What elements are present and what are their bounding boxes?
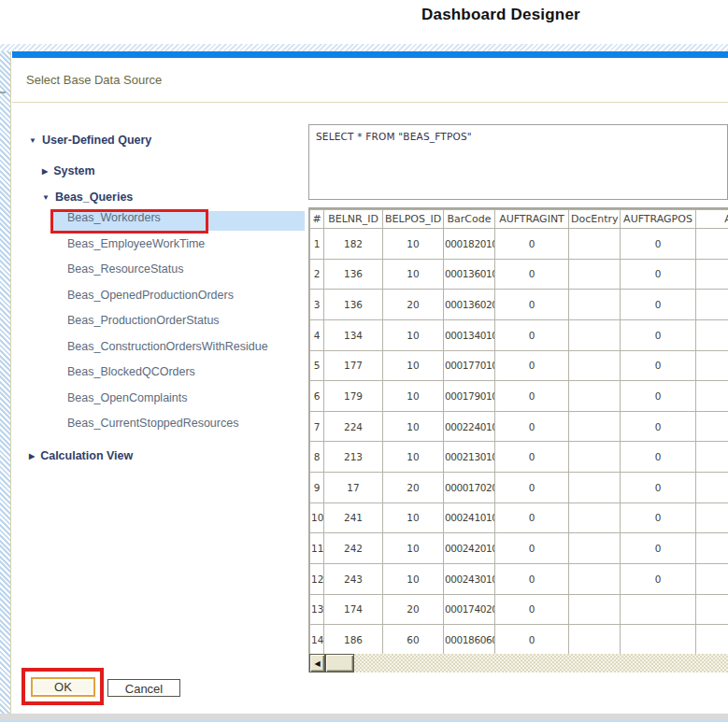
table-cell: 0 [495,533,569,564]
table-cell [696,290,728,320]
table-cell: 7 [310,411,324,442]
table-cell: 000182010 [444,229,495,260]
column-header-auftragint[interactable]: AUFTRAGINT [495,210,569,229]
table-cell: 0 [621,473,696,503]
ok-button[interactable]: OK [31,677,95,697]
table-row[interactable]: 61791000017901000 [310,381,728,412]
table-cell: 0 [621,381,696,412]
query-sql-input[interactable]: SELECT * FROM "BEAS_FTPOS" [308,124,728,200]
table-cell: 10 [383,381,444,412]
caret-down-icon[interactable]: ▼ [29,134,36,148]
tree-item-beas-workorders[interactable]: Beas_Workorders [52,211,305,231]
table-cell: 213 [324,442,383,473]
table-cell: 0 [621,563,696,594]
table-cell [569,625,621,654]
table-row[interactable]: 21361000013601000 [310,259,728,290]
table-cell: 10 [383,319,444,350]
column-header-belpos-id[interactable]: BELPOS_ID [383,210,444,229]
tree-node-user-defined-query[interactable]: ▼User-Defined Query [29,134,151,148]
table-cell: 60 [383,625,444,654]
table-cell [621,625,696,654]
table-cell: 20 [383,594,444,625]
tree-item-beas-blockedqcorders[interactable]: Beas_BlockedQCOrders [52,365,305,385]
table-cell: 9 [310,473,324,503]
column-header-auft[interactable]: AUFT [696,210,728,229]
table-row[interactable]: 112421000024201000 [310,533,728,564]
table-cell: 1 [310,229,324,260]
table-cell [569,442,621,473]
column-header-barcode[interactable]: BarCode [444,210,495,229]
cancel-button[interactable]: Cancel [107,679,180,697]
table-cell: 10 [383,563,444,594]
table-cell: 8 [310,442,324,473]
column-header-belnr-id[interactable]: BELNR_ID [324,210,383,229]
table-row[interactable]: 31362000013602000 [310,290,728,320]
column-header--[interactable]: # [310,210,324,229]
caret-right-icon[interactable]: ▶ [29,449,35,463]
table-cell [696,594,728,625]
dialog-title-divider [12,102,728,103]
table-cell: 242 [324,533,383,564]
table-row[interactable]: 51771000017701000 [310,350,728,381]
table-cell [696,503,728,533]
table-cell: 0 [621,442,696,473]
caret-down-icon[interactable]: ▼ [42,191,50,205]
table-cell: 2 [310,259,324,290]
table-cell: 179 [324,381,383,412]
column-header-auftragpos[interactable]: AUFTRAGPOS [621,210,696,229]
table-cell: 000177010 [444,350,495,381]
tree-item-beas-resourcestatus[interactable]: Beas_ResourceStatus [52,262,305,282]
table-cell: 10 [383,442,444,473]
caret-right-icon[interactable]: ▶ [42,164,48,178]
table-cell: 177 [324,350,383,381]
table-cell: 000224010 [444,411,495,442]
table-cell [696,533,728,564]
table-cell: 0 [495,381,569,412]
table-row[interactable]: 72241000022401000 [310,411,728,442]
tree-item-beas-currentstoppedresources[interactable]: Beas_CurrentStoppedResources [52,417,305,436]
table-cell [696,473,728,503]
tree-item-beas-employeeworktime[interactable]: Beas_EmployeeWorkTime [52,237,305,257]
table-cell: 0 [621,503,696,533]
tree-item-beas-openedproductionorders[interactable]: Beas_OpenedProductionOrders [52,289,305,308]
table-cell: 20 [383,473,444,503]
scrollbar-thumb[interactable] [325,654,354,672]
table-row[interactable]: 102411000024101000 [310,503,728,533]
table-cell: 0 [495,319,569,350]
table-cell: 0 [495,503,569,533]
table-cell [696,625,728,654]
table-row[interactable]: 13174200001740200 [310,594,728,625]
table-cell [621,594,696,625]
table-row[interactable]: 9172000001702000 [310,473,728,503]
table-cell: 136 [324,290,383,320]
table-row[interactable]: 82131000021301000 [310,442,728,473]
table-row[interactable]: 122431000024301000 [310,563,728,594]
column-header-docentry[interactable]: DocEntry [569,210,621,229]
table-cell: 17 [324,473,383,503]
table-cell [569,229,621,260]
top-stripe-band [0,44,728,51]
table-cell: 0 [621,350,696,381]
table-cell: 000136010 [444,259,495,290]
scroll-left-button[interactable]: ◀ [309,654,325,672]
table-cell [696,259,728,290]
table-hscrollbar-track[interactable]: ◀ [308,654,728,672]
table-cell: 20 [383,290,444,320]
tree-item-beas-productionorderstatus[interactable]: Beas_ProductionOrderStatus [52,314,305,333]
table-cell: 000242010 [444,533,495,564]
results-table-wrap: #BELNR_IDBELPOS_IDBarCodeAUFTRAGINTDocEn… [308,207,728,654]
table-row[interactable]: 11821000018201000 [310,229,728,260]
table-cell: 000174020 [444,594,495,625]
table-row[interactable]: 14186600001860600 [310,625,728,654]
tree-node-calculation-view[interactable]: ▶Calculation View [29,449,133,463]
table-cell: 241 [324,503,383,533]
tree-node-beas-queries[interactable]: ▼Beas_Queries [42,191,133,205]
table-row[interactable]: 41341000013401000 [310,319,728,350]
table-cell [569,259,621,290]
tree-item-beas-opencomplaints[interactable]: Beas_OpenComplaints [52,391,305,411]
table-cell [696,381,728,412]
table-cell: 0 [495,290,569,320]
tree-node-system[interactable]: ▶System [42,164,95,178]
table-cell: 224 [324,411,383,442]
tree-item-beas-constructionorderswithresidue[interactable]: Beas_ConstructionOrdersWithResidue [52,340,305,360]
